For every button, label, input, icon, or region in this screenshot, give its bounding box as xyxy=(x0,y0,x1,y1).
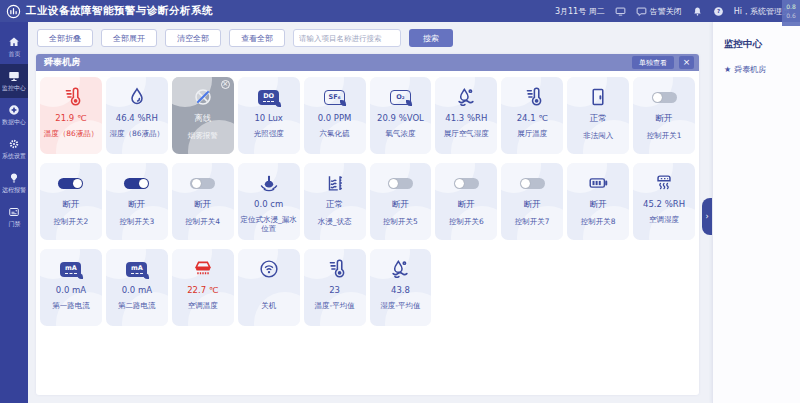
sidebar-item-0[interactable]: 首页 xyxy=(0,30,28,64)
favorite-room-label: 舜泰机房 xyxy=(734,64,766,75)
home-icon xyxy=(8,36,20,48)
badge-meter-icon: mA xyxy=(40,257,102,281)
sensor-card[interactable]: 断开控制开关1 xyxy=(633,77,695,154)
sensor-card[interactable]: ×离线烟雾报警 xyxy=(172,77,234,154)
toolbar-button-1[interactable]: 全部展开 xyxy=(101,29,157,47)
favorite-room-item[interactable]: ★舜泰机房 xyxy=(724,64,800,75)
humidity-waves-icon xyxy=(435,85,497,109)
sensor-card[interactable]: 断开控制开关3 xyxy=(106,163,168,240)
sensor-label: 控制开关6 xyxy=(435,217,497,226)
sensor-card[interactable]: 23温度-平均值 xyxy=(304,249,366,326)
view-alone-button[interactable]: 单独查看 xyxy=(632,56,674,69)
sensor-value: 断开 xyxy=(633,113,695,125)
gear-icon xyxy=(8,138,20,150)
toggle-on-icon xyxy=(106,171,168,195)
app-title: 工业设备故障智能预警与诊断分析系统 xyxy=(26,4,213,18)
toolbar-button-2[interactable]: 清空全部 xyxy=(165,29,221,47)
alarm-status-chip[interactable]: 告警关闭 xyxy=(636,6,682,17)
search-button[interactable]: 搜索 xyxy=(409,29,453,47)
ac-temp-red-icon xyxy=(172,257,234,281)
sensor-card[interactable]: 43.8湿度-平均值 xyxy=(370,249,432,326)
sensor-card[interactable]: SF₆0.0 PPM六氟化硫 xyxy=(304,77,366,154)
sensor-card[interactable]: DO10 Lux光照强度 xyxy=(238,77,300,154)
sensor-card[interactable]: 断开控制开关5 xyxy=(370,163,432,240)
power-off-icon xyxy=(238,257,300,281)
sensor-value: 21.9 ℃ xyxy=(40,113,102,123)
sensor-card[interactable]: 24.1 ℃展厅温度 xyxy=(501,77,563,154)
sidebar-item-5[interactable]: 门禁 xyxy=(0,200,28,234)
sensor-value: 正常 xyxy=(304,199,366,211)
sensor-card[interactable]: mA0.0 mA第一路电流 xyxy=(40,249,102,326)
toolbar-button-3[interactable]: 查看全部 xyxy=(229,29,285,47)
net-down-value: 0.6 xyxy=(782,11,800,20)
thermometer-icon xyxy=(501,85,563,109)
sensor-card[interactable]: 22.7 ℃空调温度 xyxy=(172,249,234,326)
sensor-label: 关机 xyxy=(238,301,300,310)
sensor-label: 第二路电流 xyxy=(106,301,168,310)
sidebar-item-2[interactable]: 数据中心 xyxy=(0,98,28,132)
sensor-card[interactable]: 正常水浸_状态 xyxy=(304,163,366,240)
sensor-value: 20.9 %VOL xyxy=(370,113,432,123)
toolbar-button-0[interactable]: 全部折叠 xyxy=(37,29,93,47)
card-grid: 21.9 ℃温度（86液晶）46.4 %RH湿度（86液晶）×离线烟雾报警DO1… xyxy=(36,71,699,332)
screen-icon[interactable] xyxy=(615,6,626,17)
sensor-card[interactable]: 断开控制开关8 xyxy=(567,163,629,240)
sensor-value: 断开 xyxy=(40,199,102,211)
sensor-value: 43.8 xyxy=(370,285,432,295)
sensor-card[interactable]: 关机 xyxy=(238,249,300,326)
sensor-card[interactable]: O₂20.9 %VOL氧气浓度 xyxy=(370,77,432,154)
sensor-value: 断开 xyxy=(435,199,497,211)
bell-icon[interactable] xyxy=(692,6,703,17)
sensor-card[interactable]: 断开控制开关7 xyxy=(501,163,563,240)
sensor-value: 正常 xyxy=(567,113,629,125)
sensor-label: 氧气浓度 xyxy=(370,129,432,138)
sidebar-item-label: 数据中心 xyxy=(2,118,26,126)
sensor-card[interactable]: 41.3 %RH展厅空气湿度 xyxy=(435,77,497,154)
sensor-card[interactable]: 断开控制开关2 xyxy=(40,163,102,240)
sensor-label: 控制开关8 xyxy=(567,217,629,226)
sensor-card[interactable]: 断开控制开关6 xyxy=(435,163,497,240)
sidebar-item-label: 监控中心 xyxy=(2,84,26,92)
sensor-card[interactable]: 0.0 cm定位式水浸_漏水位置 xyxy=(238,163,300,240)
sensor-card[interactable]: 45.2 %RH空调湿度 xyxy=(633,163,695,240)
sidebar-item-3[interactable]: 系统设置 xyxy=(0,132,28,166)
badge-meter-icon: SF₆ xyxy=(304,85,366,109)
expand-chevron-icon[interactable]: › xyxy=(702,198,712,235)
card-close-icon[interactable]: × xyxy=(221,80,230,89)
net-up-value: 0.8 xyxy=(782,2,800,11)
toggle-off-icon xyxy=(370,171,432,195)
monitor-icon xyxy=(8,70,20,82)
sidebar-item-1[interactable]: 监控中心 xyxy=(0,64,28,98)
help-icon[interactable]: ? xyxy=(713,6,724,17)
badge-meter-icon: mA xyxy=(106,257,168,281)
panel-close-icon[interactable]: × xyxy=(679,56,694,69)
right-panel-title: 监控中心 xyxy=(724,38,800,51)
svg-text:?: ? xyxy=(717,8,720,14)
alarm-status-label: 告警关闭 xyxy=(650,6,682,17)
ac-vent-icon xyxy=(633,171,695,195)
sensor-value: 23 xyxy=(304,285,366,295)
badge-meter-icon: DO xyxy=(238,85,300,109)
sensor-card[interactable]: 46.4 %RH湿度（86液晶） xyxy=(106,77,168,154)
sidebar-item-label: 系统设置 xyxy=(2,152,26,160)
sensor-value xyxy=(238,285,300,295)
toolbar: 全部折叠全部展开清空全部查看全部 搜索 xyxy=(37,29,699,47)
chat-bubble-icon xyxy=(636,6,647,17)
humidity-waves-icon xyxy=(370,257,432,281)
date-text: 3月11号 周二 xyxy=(555,6,605,17)
sensor-value: 0.0 mA xyxy=(40,285,102,295)
sidebar-item-4[interactable]: 远程报警 xyxy=(0,166,28,200)
sensor-value: 断开 xyxy=(370,199,432,211)
sensor-label: 水浸_状态 xyxy=(304,217,366,226)
net-speed-widget: 0.8 0.6 xyxy=(782,0,800,26)
badge-meter-icon: O₂ xyxy=(370,85,432,109)
sidebar-item-label: 首页 xyxy=(8,50,20,58)
sensor-card[interactable]: 正常非法闯入 xyxy=(567,77,629,154)
sensor-card[interactable]: mA0.0 mA第二路电流 xyxy=(106,249,168,326)
sensor-card[interactable]: 21.9 ℃温度（86液晶） xyxy=(40,77,102,154)
search-input[interactable] xyxy=(293,29,401,47)
sensor-card[interactable]: 断开控制开关4 xyxy=(172,163,234,240)
access-control-icon xyxy=(8,206,20,218)
app-root: 工业设备故障智能预警与诊断分析系统 3月11号 周二 告警关闭 ? Hi，系统管… xyxy=(0,0,800,403)
sensor-label: 控制开关1 xyxy=(633,131,695,140)
